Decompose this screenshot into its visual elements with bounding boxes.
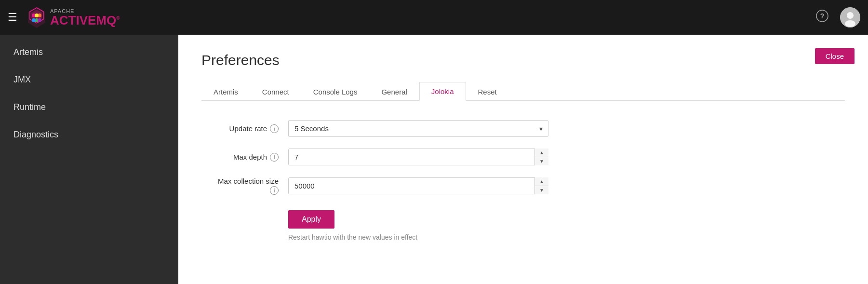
apply-section: Apply Restart hawtio with the new values… [201,206,845,241]
svg-point-8 [35,14,39,17]
update-rate-label: Update rate i [201,124,288,133]
max-collection-size-spinners: ▲ ▼ [534,177,548,194]
update-rate-select[interactable]: 1 Second 2 Seconds 5 Seconds 10 Seconds … [288,120,548,137]
max-depth-increment[interactable]: ▲ [535,149,548,157]
update-rate-info-icon[interactable]: i [270,124,279,133]
update-rate-row: Update rate i 1 Second 2 Seconds 5 Secon… [201,120,845,137]
update-rate-select-wrapper: 1 Second 2 Seconds 5 Seconds 10 Seconds … [288,120,548,137]
svg-point-7 [38,18,41,22]
max-collection-size-info-icon[interactable]: i [270,186,279,195]
content-area: Preferences Close Artemis Connect Consol… [178,35,868,284]
svg-point-13 [845,20,855,27]
tab-jolokia[interactable]: Jolokia [419,82,466,101]
logo: APACHE ACTIVEMQ® [25,6,120,29]
tab-connect[interactable]: Connect [250,82,301,101]
max-depth-input[interactable] [288,149,548,165]
max-collection-size-decrement[interactable]: ▼ [535,186,548,194]
avatar[interactable] [840,7,860,27]
apply-button[interactable]: Apply [288,210,334,229]
navbar: ☰ APACHE ACTIVEMQ® [0,0,868,35]
max-depth-spinners: ▲ ▼ [534,149,548,165]
max-collection-size-label: Max collection size i [201,177,288,195]
restart-note: Restart hawtio with the new values in ef… [288,233,845,241]
help-icon[interactable]: ? [816,10,828,25]
navbar-right: ? [816,7,860,27]
tab-console-logs[interactable]: Console Logs [301,82,370,101]
tab-artemis[interactable]: Artemis [201,82,250,101]
tab-general[interactable]: General [369,82,419,101]
close-button[interactable]: Close [815,48,855,64]
hamburger-menu[interactable]: ☰ [8,11,17,24]
logo-text: APACHE ACTIVEMQ® [50,9,120,27]
max-depth-row: Max depth i ▲ ▼ [201,149,845,165]
sidebar-item-jmx[interactable]: JMX [0,66,178,94]
max-depth-wrapper: ▲ ▼ [288,149,548,165]
tabs: Artemis Connect Console Logs General Jol… [201,82,845,101]
max-collection-size-increment[interactable]: ▲ [535,177,548,186]
sidebar-item-diagnostics[interactable]: Diagnostics [0,121,178,149]
logo-icon [25,6,48,29]
max-collection-size-control: ▲ ▼ [288,177,548,194]
max-collection-size-input[interactable] [288,177,548,194]
svg-point-6 [32,18,36,22]
sidebar-item-runtime[interactable]: Runtime [0,94,178,121]
max-collection-size-row: Max collection size i ▲ ▼ [201,177,845,195]
form-area: Update rate i 1 Second 2 Seconds 5 Secon… [201,116,845,241]
sidebar: Artemis JMX Runtime Diagnostics [0,35,178,284]
max-depth-control: ▲ ▼ [288,149,548,165]
page-title: Preferences [201,52,845,68]
main-layout: Artemis JMX Runtime Diagnostics Preferen… [0,35,868,284]
max-depth-label: Max depth i [201,153,288,162]
max-collection-size-wrapper: ▲ ▼ [288,177,548,194]
navbar-left: ☰ APACHE ACTIVEMQ® [8,6,120,29]
max-depth-decrement[interactable]: ▼ [535,157,548,165]
logo-activemq: ACTIVEMQ® [50,14,120,27]
svg-point-12 [847,12,854,19]
svg-text:?: ? [820,12,825,20]
update-rate-control: 1 Second 2 Seconds 5 Seconds 10 Seconds … [288,120,548,137]
sidebar-item-artemis[interactable]: Artemis [0,39,178,66]
tab-reset[interactable]: Reset [466,82,509,101]
max-depth-info-icon[interactable]: i [270,153,279,162]
